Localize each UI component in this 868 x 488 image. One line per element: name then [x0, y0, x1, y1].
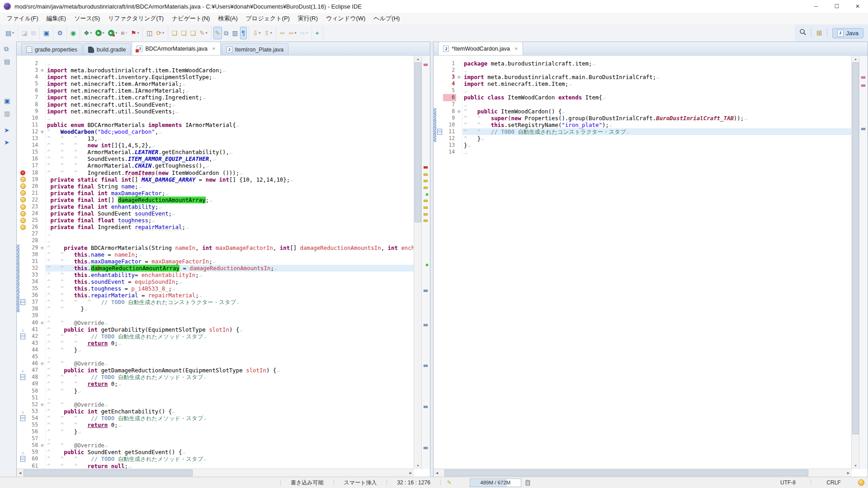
code-line-7[interactable]: 7import net.minecraft.item.crafting.Ingr…	[17, 94, 414, 101]
code-line-28[interactable]: 28	[17, 237, 414, 244]
minimize-button[interactable]: ─	[806, 0, 826, 13]
scroll-left-icon[interactable]: ◀	[17, 469, 24, 477]
dropdown-arrow-icon[interactable]: ▾	[306, 31, 308, 35]
code-line-6[interactable]: 6import net.minecraft.item.IArmorMateria…	[17, 87, 414, 94]
open-perspective-icon[interactable]: ⊞	[816, 29, 822, 37]
menu-item-9[interactable]: ヘルプ(H)	[369, 13, 404, 24]
code-line-33[interactable]: 33^ ^ this.enhantability= enchantability…	[17, 272, 414, 278]
code-line-26[interactable]: 26 private final Ingredient repairMateri…	[17, 224, 414, 230]
code-line-51[interactable]: 51	[17, 394, 414, 401]
code-line-56[interactable]: 56^ ^ }	[17, 428, 414, 435]
menu-item-1[interactable]: 編集(E)	[42, 13, 70, 24]
tab-itemiron-plate-java[interactable]: JItemIron_Plate.java	[222, 43, 289, 55]
code-line-54[interactable]: 54^ ^ ^ // TODO 自動生成されたメソッド・スタブ	[17, 415, 414, 422]
warning-bulb-icon[interactable]	[20, 197, 26, 202]
menu-item-2[interactable]: ソース(S)	[70, 13, 104, 24]
code-line-23[interactable]: 23 private final int enhantability;	[17, 203, 414, 210]
code-line-61[interactable]: 61^ ^ ^ return null;	[17, 463, 414, 469]
code-line-49[interactable]: 49^ ^ ^ return 0;	[17, 380, 414, 387]
code-line-10[interactable]: 10	[17, 115, 414, 122]
close-tab-icon[interactable]: ✕	[212, 47, 216, 51]
code-line-35[interactable]: 35^ ^ this.toughness = p_i48533_8_;	[17, 285, 414, 292]
fold-collapse-icon[interactable]: ⊖	[39, 67, 46, 74]
scroll-down-icon[interactable]: ▼	[414, 462, 422, 469]
new-package-button[interactable]: ◫	[145, 27, 154, 39]
run-button[interactable]: ▶▾	[94, 27, 106, 39]
code-line-50[interactable]: 50^ ^ }	[17, 388, 414, 394]
status-caret-position[interactable]: 32 : 16 : 1276	[387, 479, 440, 486]
debug-button[interactable]: ❖▾	[82, 27, 94, 39]
dropdown-arrow-icon[interactable]: ▾	[126, 31, 127, 35]
scrollbar-thumb[interactable]	[415, 62, 421, 222]
code-line-47[interactable]: 47^ public int getDamageReductionAmount(…	[17, 367, 414, 374]
code-line-9[interactable]: 9^ ^ super(new Properties().group(BuroDu…	[434, 115, 852, 122]
code-line-32[interactable]: 32^ ^ this.damageReductionAmountArray = …	[17, 265, 414, 272]
warning-bulb-icon[interactable]	[20, 204, 26, 210]
warning-bulb-icon[interactable]	[20, 218, 26, 223]
code-line-24[interactable]: 24 private final SoundEvent soundEvent;	[17, 210, 414, 217]
fold-collapse-icon[interactable]: ⊖	[39, 128, 46, 135]
code-line-45[interactable]: 45	[17, 353, 414, 360]
code-line-58[interactable]: 58⊖^ ^ @Override	[17, 442, 414, 449]
tab--itemwoodcardon-java[interactable]: J*ItemWoodCardon.java✕	[438, 42, 523, 55]
fold-collapse-icon[interactable]: ⊖	[39, 360, 46, 367]
code-line-17[interactable]: 17^ ^ ^ ArmorMaterial.CHAIN.getToughness…	[17, 162, 414, 169]
overview-marker[interactable]	[861, 128, 865, 130]
fold-collapse-icon[interactable]: ⊖	[456, 74, 462, 80]
code-line-19[interactable]: 19 private static final int[] MAX_DAMAGE…	[17, 176, 414, 183]
toggle-mark-occurrences-button[interactable]: ✎	[213, 27, 222, 39]
scrollbar-thumb[interactable]	[444, 469, 809, 476]
code-line-9[interactable]: 9import net.minecraft.util.SoundEvents;	[17, 108, 414, 115]
notification-bulb-icon[interactable]	[858, 479, 864, 486]
forward-button[interactable]: ⇨▾	[298, 27, 310, 39]
code-line-8[interactable]: 8⊖^ public ItemWoodCardon() {	[434, 108, 852, 115]
scroll-up-icon[interactable]: ▲	[852, 56, 859, 62]
overview-marker[interactable]	[424, 447, 428, 449]
open-type-button[interactable]: ❏	[170, 27, 179, 39]
code-line-3[interactable]: 3⊖import meta.burodustinrialcraft.main.B…	[434, 74, 852, 80]
restore-view-icon[interactable]: ⧉	[4, 45, 9, 52]
fold-collapse-icon[interactable]: ⊖	[39, 401, 46, 408]
overview-marker[interactable]	[426, 264, 428, 266]
code-line-10[interactable]: 10^ ^ this.setRegistryName("iron_plate")…	[434, 122, 852, 128]
overview-marker[interactable]	[424, 174, 428, 176]
code-line-37[interactable]: 37^ ^ ^ ^ // TODO 自動生成されたコンストラクター・スタブ	[17, 299, 414, 305]
open-resource-button[interactable]: ❏	[189, 27, 198, 39]
fold-collapse-icon[interactable]: ⊖	[39, 319, 46, 326]
warning-bulb-icon[interactable]	[20, 183, 26, 189]
new-wizard-button[interactable]: ▤▾	[4, 27, 16, 39]
menu-item-6[interactable]: プロジェクト(P)	[242, 13, 294, 24]
tab-gradle-properties[interactable]: gradle.properties	[21, 43, 82, 55]
pin-editor-button[interactable]: ⌖	[314, 27, 321, 39]
error-marker-icon[interactable]	[20, 170, 25, 175]
override-triangle-icon[interactable]	[22, 326, 24, 333]
fold-collapse-icon[interactable]: ⊖	[39, 244, 46, 251]
editor-left-vertical-scrollbar[interactable]: ▲ ▼	[414, 56, 422, 469]
code-line-11[interactable]: 11public enum BDCArmorMaterials implemen…	[17, 122, 414, 128]
tasks-view-icon[interactable]: ▥	[4, 110, 10, 117]
search-icon[interactable]	[799, 28, 807, 38]
code-line-52[interactable]: 52⊖^ ^ @Override	[17, 401, 414, 408]
code-line-13[interactable]: 13^ ^ ^ 13,	[17, 135, 414, 142]
show-whitespace-button[interactable]: ¶	[240, 27, 247, 39]
code-line-40[interactable]: 40⊖^ ^ @Override	[17, 319, 414, 326]
save-button[interactable]: ◪	[20, 27, 29, 39]
code-line-29[interactable]: 29⊖^ private BDCArmorMaterials(String na…	[17, 244, 414, 251]
code-line-60[interactable]: 60^ ^ ^ // TODO 自動生成されたメソッド・スタブ	[17, 455, 414, 462]
code-line-7[interactable]: 7	[434, 101, 852, 108]
code-line-36[interactable]: 36^ ^ this.repairMaterial = repairMateri…	[17, 292, 414, 299]
dropdown-arrow-icon[interactable]: ▾	[270, 31, 272, 35]
code-line-22[interactable]: 22 private final int[] damageReductionAm…	[17, 197, 414, 203]
override-triangle-icon[interactable]	[22, 408, 24, 415]
menu-item-7[interactable]: 実行(R)	[294, 13, 322, 24]
menu-item-0[interactable]: ファイル(F)	[3, 13, 42, 24]
show-source-button[interactable]: ▥	[230, 27, 240, 39]
code-line-8[interactable]: 8import net.minecraft.util.SoundEvent;	[17, 101, 414, 108]
scroll-right-icon[interactable]: ▶	[407, 469, 414, 477]
code-line-25[interactable]: 25 private final float toughness;	[17, 217, 414, 224]
code-line-46[interactable]: 46⊖^ ^ @Override	[17, 360, 414, 367]
editor-left-code-area[interactable]: 23⊖import meta.burodustinrialcraft.item.…	[17, 56, 414, 469]
overview-marker[interactable]	[424, 406, 428, 408]
code-line-12[interactable]: 12⊖^ WoodCarbon("bdc;wood_carbon",	[17, 128, 414, 135]
console-view-icon[interactable]: ▣	[4, 97, 10, 104]
